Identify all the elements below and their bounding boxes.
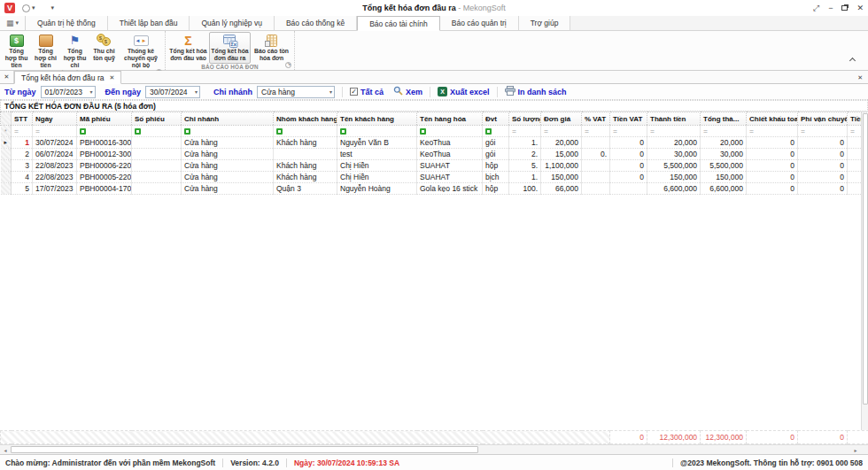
quick-access-button[interactable] [22, 4, 30, 12]
toolbar-customize-icon[interactable]: ▾ [51, 4, 55, 12]
report-grid: TỔNG KẾT HÓA ĐƠN ĐẦU RA (5 hóa đơn) STTN… [0, 100, 868, 454]
total-tong_thanh: 12,300,000 [701, 431, 747, 444]
table-row-1[interactable]: ▸130/07/2024PBH00016-300...Cửa hàngKhách… [1, 137, 868, 149]
filter-cell-so_phieu[interactable] [132, 126, 182, 137]
to-date-input[interactable]: 30/07/2024▾ [145, 86, 200, 98]
filter-cell-tong_thanh[interactable]: = [701, 126, 747, 137]
print-list-button[interactable]: In danh sách [505, 86, 567, 97]
filter-cell-tien_vat[interactable]: = [610, 126, 647, 137]
minimize-button[interactable]: − [828, 0, 833, 16]
filter-cell-nhom_kh[interactable] [274, 126, 337, 137]
scroll-left-icon[interactable]: ◂ [0, 447, 11, 453]
group-dialog-launcher-icon[interactable] [285, 62, 291, 68]
app-menu-button[interactable]: ▦▾ [0, 16, 26, 30]
branch-select[interactable]: Cửa hàng▾ [257, 86, 335, 98]
menu-tab-7[interactable]: Trợ giúp [519, 16, 571, 30]
filter-cell-so_luong[interactable]: = [509, 126, 541, 137]
vertical-scrollbar[interactable] [861, 112, 868, 430]
filter-cell-dvt[interactable] [483, 126, 509, 137]
cell-so_luong: 2. [509, 149, 541, 160]
cell-so_phieu [132, 172, 182, 183]
horizontal-scrollbar[interactable]: ◂ ▸ [0, 444, 868, 454]
scroll-right-icon[interactable]: ▸ [850, 447, 861, 453]
menu-tab-5[interactable]: Báo cáo tài chính [357, 16, 440, 31]
menu-tab-6[interactable]: Báo cáo quản trị [440, 16, 519, 30]
auto-filter-row[interactable]: *=========== [1, 126, 868, 137]
ribbon-button-2-3[interactable]: Báo cáo tồn hóa đơn [251, 32, 292, 64]
dropdown-arrow-icon[interactable]: ▾ [195, 89, 198, 95]
column-header-phi_vc[interactable]: Phí vận chuyển [798, 112, 848, 126]
filter-cell-ten_hh[interactable] [417, 126, 483, 137]
cell-phi_vc: 0 [798, 137, 848, 149]
ribbon-button-1-4[interactable]: $$Thu chi tồn quỹ [89, 32, 119, 71]
dropdown-arrow-icon[interactable]: ▾ [329, 89, 332, 95]
vertical-scroll-thumb[interactable] [863, 113, 868, 405]
cell-so_phieu [132, 149, 182, 160]
ribbon-button-1-5[interactable]: ◄►Thống kê chuyển quỹ nội bộ [119, 32, 163, 71]
filter-cell-thanh_tien[interactable]: = [647, 126, 701, 137]
close-all-tabs-button[interactable]: ✕ [0, 71, 14, 83]
column-header-tien_vat[interactable]: Tiền VAT [610, 112, 647, 126]
view-button[interactable]: Xem [393, 86, 422, 97]
export-excel-button[interactable]: XXuất excel [438, 87, 490, 96]
column-header-so_phieu[interactable]: Số phiếu [132, 112, 182, 126]
filter-cell-ma_phieu[interactable] [77, 126, 132, 137]
cell-so_luong: 1. [509, 172, 541, 183]
column-header-dvt[interactable]: Đvt [483, 112, 509, 126]
table-row-4[interactable]: 422/08/2023PBH00005-220...Cửa hàngKhách … [1, 172, 868, 183]
menu-tab-1[interactable]: Quản trị hệ thống [26, 16, 108, 30]
column-header-ngay[interactable]: Ngày [33, 112, 77, 126]
filter-type-icon [135, 128, 141, 135]
column-header-stt[interactable]: STT [12, 112, 33, 126]
all-checkbox[interactable]: ✓Tất cả [350, 88, 384, 96]
document-tab-active[interactable]: Tổng kết hóa đơn đầu ra ✕ [14, 71, 121, 84]
from-date-label: Từ ngày [4, 88, 36, 96]
column-header-don_gia[interactable]: Đơn giá [541, 112, 582, 126]
ribbon-button-label: Tổng kết hóa đơn đầu vào [169, 48, 207, 62]
ribbon-button-2-1[interactable]: ΣTổng kết hóa đơn đầu vào [167, 32, 209, 64]
from-date-input[interactable]: 01/07/2023▾ [41, 86, 96, 98]
close-button[interactable]: ✕ [856, 0, 864, 16]
dropdown-arrow-icon[interactable]: ▾ [90, 89, 93, 95]
column-header-so_luong[interactable]: Số lượng [509, 112, 541, 126]
filter-cell-stt[interactable]: = [12, 126, 33, 137]
column-header-chi_nhanh[interactable]: Chi nhánh [182, 112, 274, 126]
filter-cell-ten_kh[interactable] [337, 126, 417, 137]
ribbon-button-1-3[interactable]: ⚑Tổng hợp thu chi [60, 32, 89, 71]
ribbon-collapse-button[interactable] [850, 56, 859, 63]
column-header-tong_thanh[interactable]: Tổng thà... [701, 112, 747, 126]
column-header-chiet_khau[interactable]: Chiết khấu toa [747, 112, 798, 126]
quick-access-caret-icon[interactable]: ▾ [32, 4, 35, 12]
cell-dvt: bịch [483, 172, 509, 183]
menu-tab-2[interactable]: Thiết lập ban đầu [108, 16, 190, 30]
filter-cell-don_gia[interactable]: = [541, 126, 582, 137]
restore-button[interactable] [841, 0, 848, 16]
column-header-thanh_tien[interactable]: Thành tiền [647, 112, 701, 126]
column-header-ten_hh[interactable]: Tên hàng hóa [417, 112, 483, 126]
column-header-ten_kh[interactable]: Tên khách hàng [337, 112, 417, 126]
horizontal-scroll-thumb[interactable] [11, 446, 478, 453]
filter-cell-phi_vc[interactable]: = [798, 126, 848, 137]
table-row-3[interactable]: 322/08/2023PBH00006-220...Cửa hàngKhách … [1, 160, 868, 172]
ribbon-button-1-1[interactable]: $Tổng hợp thu tiền [2, 32, 31, 71]
close-document-button[interactable]: ✕ [857, 71, 863, 84]
table-row-5[interactable]: 517/07/2023PBH00004-170...Cửa hàngQuận 3… [1, 183, 868, 195]
filter-cell-chi_nhanh[interactable] [182, 126, 274, 137]
cell-chi_nhanh: Cửa hàng [182, 149, 274, 160]
column-header-ma_phieu[interactable]: Mã phiếu [77, 112, 132, 126]
filter-cell-vat_pct[interactable]: = [582, 126, 610, 137]
filter-cell-chiet_khau[interactable]: = [747, 126, 798, 137]
tab-close-icon[interactable]: ✕ [109, 74, 114, 81]
column-header-vat_pct[interactable]: % VAT [582, 112, 610, 126]
cell-stt: 1 [12, 137, 33, 149]
menu-tab-3[interactable]: Quản lý nghiệp vụ [190, 16, 275, 30]
menu-tab-4[interactable]: Báo cáo thống kê [275, 16, 357, 30]
ribbon-button-2-2[interactable]: ΣxTổng kết hóa đơn đầu ra [209, 32, 251, 64]
fullscreen-button[interactable]: ⤢ [813, 0, 819, 16]
column-header-nhom_kh[interactable]: Nhóm khách hàng [274, 112, 337, 126]
ribbon-button-1-2[interactable]: Tổng hợp chi tiền [31, 32, 60, 71]
filter-cell-ngay[interactable]: = [33, 126, 77, 137]
cell-ten_hh: SUAHAT [417, 160, 483, 172]
view-button-label: Xem [406, 88, 422, 96]
table-row-2[interactable]: 206/07/2024PBH00012-300...Cửa hàngtestKe… [1, 149, 868, 160]
